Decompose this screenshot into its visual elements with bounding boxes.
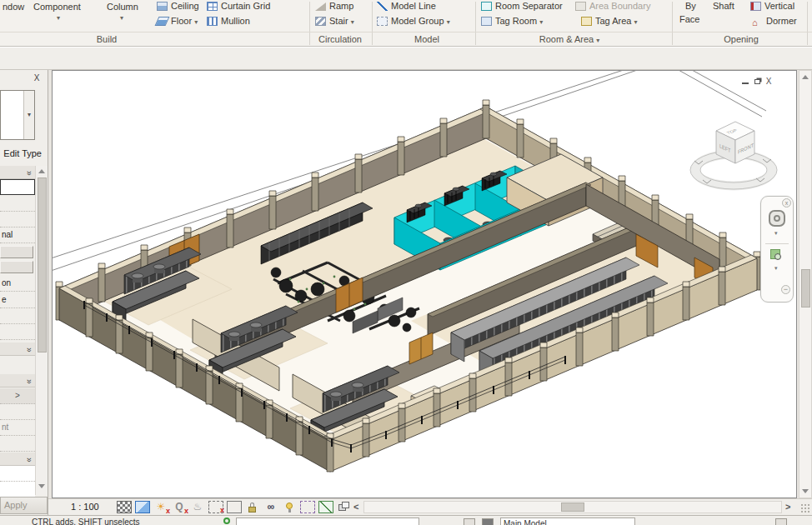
vertical-scrollbar-thumb[interactable] [801, 269, 810, 308]
viewcube[interactable]: TOP LEFT FRONT [690, 122, 777, 189]
close-icon[interactable]: X [763, 78, 774, 86]
property-value-field[interactable] [0, 212, 35, 228]
workset-field[interactable] [236, 518, 419, 525]
stair-button[interactable]: Stair ▾ [315, 16, 354, 26]
navigation-bar[interactable]: x ▾ ▾ − [760, 196, 794, 302]
rendering-dialog-icon[interactable]: ♨ [190, 501, 205, 513]
property-value-field[interactable]: e [0, 292, 35, 308]
analytical-model-icon[interactable] [318, 501, 333, 513]
sun-path-icon[interactable]: ☀x [153, 501, 168, 513]
by-face-button[interactable]: By [685, 1, 696, 11]
tag-area-dropdown-icon[interactable]: ▾ [634, 18, 637, 26]
apply-button[interactable]: Apply [0, 497, 48, 514]
tag-room-dropdown-icon[interactable]: ▾ [539, 18, 543, 26]
stair-dropdown-icon[interactable]: ▾ [351, 18, 354, 26]
shaft-button[interactable]: Shaft [713, 1, 734, 11]
tag-room-button[interactable]: Tag Room ▾ [481, 16, 543, 26]
minimize-icon[interactable] [739, 78, 751, 86]
collapse-icon[interactable]: « [25, 379, 33, 384]
palette-scrollbar[interactable] [35, 166, 48, 495]
restore-icon[interactable] [751, 78, 763, 86]
curtain-grid-button[interactable]: Curtain Grid [207, 1, 270, 11]
by-face-button-line2[interactable]: Face [679, 14, 699, 24]
section-header[interactable]: « [0, 166, 35, 179]
property-value-field[interactable]: on [0, 276, 35, 292]
ribbon-button-window-partial[interactable]: ndow [3, 2, 24, 12]
show-crop-region-icon[interactable] [227, 501, 242, 513]
panel-label-model[interactable]: Model [414, 34, 439, 44]
horizontal-scrollbar[interactable] [363, 501, 782, 513]
room-area-panel-dropdown-icon[interactable]: ▾ [596, 37, 599, 44]
property-value-field[interactable] [0, 436, 35, 452]
scroll-left-icon[interactable]: < [353, 502, 358, 512]
panel-label-circulation[interactable]: Circulation [318, 34, 362, 44]
vertical-button[interactable]: Vertical [750, 1, 794, 11]
temporary-hide-isolate-icon[interactable]: ∞ [263, 501, 278, 513]
navbar-close-icon[interactable]: x [782, 198, 791, 208]
component-button[interactable]: Component [33, 2, 81, 12]
property-value-field[interactable] [0, 324, 35, 340]
component-dropdown-icon[interactable]: ▾ [57, 14, 60, 22]
section-header[interactable]: « [0, 342, 35, 356]
displacement-sets-icon[interactable] [337, 501, 352, 513]
worksets-sync-icon[interactable] [223, 518, 230, 524]
property-value-field[interactable] [0, 482, 35, 498]
vertical-scrollbar[interactable] [799, 70, 812, 498]
tag-area-button[interactable]: Tag Area ▾ [581, 16, 638, 26]
room-separator-button[interactable]: Room Separator [481, 1, 563, 11]
scroll-up-icon[interactable] [38, 169, 45, 173]
section-header[interactable]: « [0, 374, 35, 388]
detail-level-icon[interactable] [117, 501, 132, 513]
model-group-dropdown-icon[interactable]: ▾ [447, 18, 450, 26]
section-header[interactable]: « [0, 452, 35, 466]
scroll-down-icon[interactable] [802, 489, 809, 493]
scale-button[interactable]: 1 : 100 [71, 502, 99, 512]
panel-label-opening[interactable]: Opening [724, 34, 759, 44]
design-option-field[interactable]: Main Model [500, 518, 635, 525]
panel-label-build[interactable]: Build [97, 34, 117, 44]
horizontal-scrollbar-thumb[interactable] [561, 502, 584, 512]
property-value-field[interactable] [0, 404, 35, 420]
ceiling-button[interactable]: Ceiling [157, 1, 199, 11]
drawing-canvas[interactable]: TOP LEFT FRONT X x ▾ ▾ − [52, 70, 797, 498]
status-icon[interactable] [482, 518, 494, 525]
collapse-icon[interactable]: « [25, 458, 33, 462]
scroll-right-icon[interactable]: > [785, 502, 790, 512]
type-selector-dropdown-icon[interactable]: ▾ [23, 91, 34, 139]
steering-wheel-icon[interactable] [769, 210, 785, 227]
column-dropdown-icon[interactable]: ▾ [120, 14, 123, 22]
navbar-minimize-icon[interactable]: − [781, 285, 790, 294]
mullion-button[interactable]: Mullion [207, 16, 250, 26]
wheel-dropdown-icon[interactable]: ▾ [774, 230, 778, 237]
temporary-view-properties-icon[interactable] [300, 501, 315, 513]
column-button[interactable]: Column [107, 2, 138, 12]
model-group-button[interactable]: Model Group ▾ [377, 16, 450, 26]
property-value-field[interactable] [0, 466, 35, 482]
edit-type-button[interactable]: Edit Type [0, 148, 42, 158]
reveal-hidden-elements-icon[interactable] [282, 501, 297, 513]
collapse-icon[interactable]: « [25, 348, 33, 352]
status-icon[interactable] [464, 518, 475, 525]
shadows-icon[interactable]: Qx [172, 501, 187, 513]
zoom-dropdown-icon[interactable]: ▾ [774, 265, 778, 272]
property-edit-button[interactable] [0, 261, 33, 273]
property-value-field[interactable]: nal [0, 228, 35, 243]
property-edit-button[interactable] [0, 246, 33, 258]
property-value-field[interactable] [0, 179, 35, 195]
property-value-dropdown[interactable]: > [0, 388, 35, 404]
dormer-button[interactable]: ⌂Dormer [752, 16, 797, 28]
panel-label-room-area[interactable]: Room & Area ▾ [539, 34, 600, 44]
zoom-region-icon[interactable] [770, 249, 780, 259]
property-value-field[interactable]: nt [0, 420, 35, 436]
resize-grip[interactable] [800, 503, 810, 513]
crop-view-icon[interactable]: x [208, 501, 223, 513]
model-line-button[interactable]: Model Line [377, 1, 436, 11]
ramp-button[interactable]: Ramp [315, 1, 353, 11]
palette-scrollbar-thumb[interactable] [38, 178, 47, 352]
status-icon[interactable] [775, 518, 787, 525]
floor-button[interactable]: Floor ▾ [157, 16, 198, 26]
property-value-field[interactable] [0, 196, 35, 212]
scroll-down-icon[interactable] [38, 484, 45, 488]
locked-view-icon[interactable] [245, 501, 260, 513]
scroll-up-icon[interactable] [802, 75, 809, 79]
